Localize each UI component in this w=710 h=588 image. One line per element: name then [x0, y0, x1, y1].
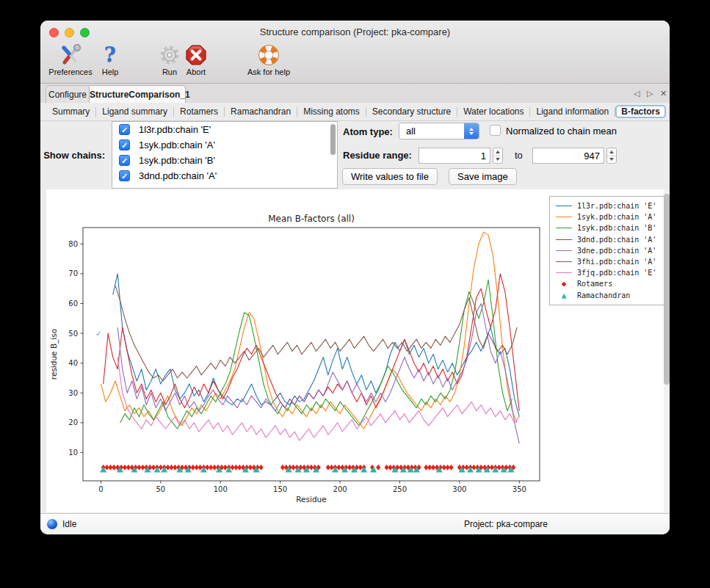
toolbar-abort-button[interactable]: Abort — [179, 43, 213, 76]
abort-icon — [179, 43, 213, 67]
x-tick-label: 150 — [273, 485, 287, 493]
tab-water-locations[interactable]: Water locations — [457, 105, 529, 118]
chain-row[interactable]: ✓3dnd.pdb:chain 'A' — [112, 168, 337, 184]
chain-row[interactable]: ✓1syk.pdb:chain 'B' — [112, 153, 337, 168]
chain-label: 3dnd.pdb:chain 'A' — [139, 170, 217, 181]
tab-summary[interactable]: Summary — [46, 105, 95, 118]
legend-entry-3fhi-pdb-chain-a: 3fhi.pdb:chain 'A' — [556, 256, 658, 267]
project-label: Project: pka-compare — [464, 519, 548, 529]
tab-structurecomparison-1[interactable]: StructureComparison_1 — [89, 85, 186, 103]
chain-checkbox[interactable]: ✓ — [119, 124, 130, 135]
tab-close-icon[interactable]: ✕ — [660, 88, 667, 98]
write-values-button[interactable]: Write values to file — [342, 168, 438, 185]
legend-label: 3dnd.pdb:chain 'A' — [577, 236, 656, 244]
chart-title: Mean B-factors (all) — [268, 214, 355, 224]
normalized-label: Normalized to chain mean — [506, 126, 617, 137]
x-tick-label: 250 — [393, 485, 407, 493]
legend-swatch — [556, 250, 572, 251]
tools-icon — [44, 43, 97, 67]
atom-type-select[interactable]: all — [399, 123, 479, 139]
residue-from-input[interactable] — [419, 148, 490, 164]
tab-ramachandran[interactable]: Ramachandran — [225, 105, 297, 118]
bfactor-controls: Show chains: ✓1l3r.pdb:chain 'E'✓1syk.pd… — [40, 121, 670, 189]
tab-configure[interactable]: Configure — [46, 85, 90, 103]
plot-area — [83, 228, 540, 481]
legend-entry-rotamers: ◆Rotamers — [556, 278, 658, 289]
window-title: Structure comparison (Project: pka-compa… — [40, 26, 670, 37]
y-tick-label: 10 — [68, 449, 78, 457]
x-tick-label: 0 — [98, 485, 103, 493]
status-bar: Idle Project: pka-compare — [40, 513, 670, 534]
diamond-icon: ◆ — [562, 280, 567, 288]
chain-checkbox[interactable]: ✓ — [119, 170, 130, 181]
x-tick-label: 350 — [512, 485, 526, 493]
chain-row[interactable]: ✓1l3r.pdb:chain 'E' — [112, 122, 337, 137]
save-image-button[interactable]: Save image — [449, 168, 517, 185]
legend-label: Ramachandran — [577, 291, 630, 300]
y-tick-label: 40 — [68, 359, 78, 367]
legend-label: 3dne.pdb:chain 'A' — [577, 247, 656, 255]
legend-swatch — [556, 217, 572, 217]
select-stepper-icon — [464, 123, 479, 139]
tab-b-factors[interactable]: B-factors — [615, 105, 666, 118]
chart-legend: 1l3r.pdb:chain 'E'1syk.pdb:chain 'A'1syk… — [549, 196, 664, 305]
toolbar-preferences-button[interactable]: Preferences — [44, 43, 97, 76]
x-tick-label: 50 — [156, 485, 165, 493]
toolbar-ask-for-help-button[interactable]: Ask for help — [244, 43, 294, 76]
atom-type-value: all — [399, 126, 464, 137]
legend-label: 1syk.pdb:chain 'B' — [577, 224, 656, 232]
y-axis-label: residue B_iso — [49, 329, 59, 380]
chain-list-scrollbar[interactable] — [330, 124, 336, 155]
legend-label: Rotamers — [577, 280, 612, 288]
legend-entry-ramachandran: ▲Ramachandran — [556, 290, 658, 301]
tab-back-arrow-icon[interactable]: ◁ — [634, 88, 640, 98]
toolbar-label: Abort — [179, 68, 213, 76]
legend-entry-1syk-pdb-chain-a: 1syk.pdb:chain 'A' — [556, 211, 658, 222]
sub-tab-list: SummaryLigand summaryRotamersRamachandra… — [46, 105, 666, 118]
x-tick-label: 100 — [214, 485, 228, 493]
legend-entry-3dne-pdb-chain-a: 3dne.pdb:chain 'A' — [556, 245, 658, 256]
legend-entry-3dnd-pdb-chain-a: 3dnd.pdb:chain 'A' — [556, 234, 658, 245]
legend-entry-3fjq-pdb-chain-e: 3fjq.pdb:chain 'E' — [556, 267, 658, 278]
chart-panel: 0501001502002503003501020304050607080Mea… — [46, 189, 670, 512]
triangle-icon: ▲ — [562, 291, 567, 300]
chain-row[interactable]: ✓1syk.pdb:chain 'A' — [112, 137, 337, 153]
toolbar-label: Ask for help — [244, 68, 294, 76]
titlebar-toolbar: Structure comparison (Project: pka-compa… — [40, 21, 670, 84]
x-tick-label: 200 — [333, 485, 347, 493]
legend-swatch — [556, 206, 572, 206]
y-tick-label: 60 — [68, 300, 78, 308]
residue-from-stepper[interactable] — [493, 148, 503, 164]
lifebuoy-icon — [244, 43, 294, 67]
y-tick-label: 30 — [68, 389, 78, 397]
y-tick-label: 50 — [68, 330, 78, 338]
chain-rows: ✓1l3r.pdb:chain 'E'✓1syk.pdb:chain 'A'✓1… — [112, 122, 337, 184]
chain-label: 1syk.pdb:chain 'A' — [139, 139, 215, 150]
legend-swatch — [556, 272, 572, 273]
tab-missing-atoms[interactable]: Missing atoms — [297, 105, 366, 118]
main-tab-bar: Configure StructureComparison_1 ◁ ▷ ✕ — [40, 84, 670, 104]
legend-label: 1syk.pdb:chain 'A' — [577, 213, 656, 221]
chain-label: 1l3r.pdb:chain 'E' — [139, 124, 211, 135]
panel-scrollbar-thumb[interactable] — [664, 194, 670, 385]
normalized-checkbox[interactable] — [490, 125, 501, 136]
tab-secondary-structure[interactable]: Secondary structure — [366, 105, 457, 118]
atom-type-label: Atom type: — [343, 126, 393, 137]
tab-forward-arrow-icon[interactable]: ▷ — [647, 88, 653, 98]
legend-swatch — [556, 261, 572, 262]
tab-rotamers[interactable]: Rotamers — [174, 105, 224, 118]
legend-swatch: ▲ — [556, 291, 572, 300]
residue-range-label: Residue range: — [343, 150, 412, 161]
question-icon: ? — [93, 43, 127, 67]
chain-list[interactable]: ✓1l3r.pdb:chain 'E'✓1syk.pdb:chain 'A'✓1… — [112, 121, 338, 189]
toolbar-label: Preferences — [44, 68, 97, 76]
chain-checkbox[interactable]: ✓ — [119, 155, 130, 166]
residue-to-input[interactable] — [532, 148, 604, 164]
residue-to-stepper[interactable] — [606, 148, 617, 164]
toolbar-help-button[interactable]: ? Help — [93, 43, 127, 76]
tab-ligand-summary[interactable]: Ligand summary — [96, 105, 173, 118]
tab-ligand-information[interactable]: Ligand information — [530, 105, 615, 118]
to-label: to — [515, 150, 523, 161]
chain-checkbox[interactable]: ✓ — [119, 139, 130, 150]
legend-entry-1syk-pdb-chain-b: 1syk.pdb:chain 'B' — [556, 222, 658, 233]
